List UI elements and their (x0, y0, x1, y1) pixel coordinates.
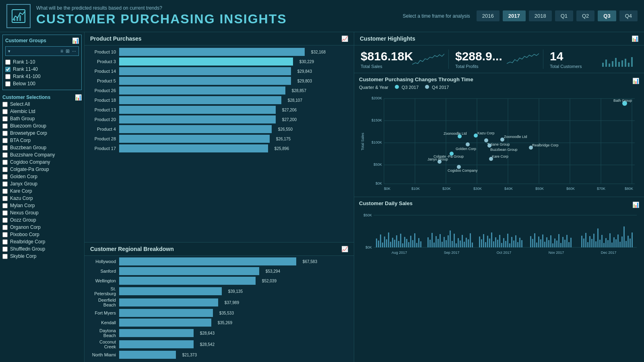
btn-q2[interactable]: Q2 (576, 10, 594, 21)
customer-shuffledn[interactable]: Shuffledn Group (0, 245, 84, 253)
svg-text:Sep 2017: Sep 2017 (444, 251, 460, 255)
svg-rect-5 (605, 60, 607, 67)
regional-bar-label: Sanford (90, 269, 119, 274)
customer-skyble[interactable]: Skyble Corp (0, 253, 84, 260)
customer-oozz[interactable]: Oozz Group (0, 216, 84, 224)
svg-rect-11 (625, 59, 626, 67)
svg-rect-96 (444, 237, 445, 247)
customer-kare[interactable]: Kare Corp (0, 187, 84, 195)
customer-colgate[interactable]: Colgate-Pa Group (0, 166, 84, 173)
svg-text:Buzzbean Group: Buzzbean Group (490, 148, 518, 152)
regional-bar-track: $35,533 (119, 309, 348, 317)
customer-realbridge[interactable]: Realbridge Corp (0, 238, 84, 245)
group-rank41-100[interactable]: Rank 41-100 (5, 73, 79, 80)
scatter-icon[interactable]: 📊 (632, 78, 639, 84)
customer-bta[interactable]: BTA Corp (0, 137, 84, 144)
product-chart-icon[interactable]: 📈 (341, 35, 348, 42)
svg-rect-141 (546, 237, 547, 247)
svg-rect-85 (416, 243, 417, 247)
svg-text:Golden Corp: Golden Corp (456, 147, 476, 151)
selections-icon[interactable]: 📊 (75, 94, 82, 101)
svg-rect-98 (448, 235, 449, 247)
bar-label: Product 4 (90, 127, 119, 132)
customer-browsetype[interactable]: Browsetype Corp (0, 130, 84, 137)
kpi-customers: 14 Total Customers (543, 49, 638, 69)
regional-bar-label: Coconut Creek (90, 339, 119, 349)
group-below100[interactable]: Below 100 (5, 80, 79, 87)
svg-rect-71 (388, 232, 389, 247)
customer-janyx[interactable]: Janyx Group (0, 180, 84, 187)
q3-dot (395, 85, 399, 89)
filter-box[interactable]: ▾ ≡ ⊞ ··· (5, 46, 79, 56)
kpi-profits-label: Total Profits (455, 64, 478, 69)
highlights-title: Customer Highlights (360, 35, 415, 42)
btn-2018[interactable]: 2018 (529, 10, 552, 21)
svg-rect-168 (609, 233, 611, 247)
main-layout: Customer Groups 📊 ▾ ≡ ⊞ ··· Rank 1-10 Ra… (0, 32, 644, 362)
customer-mylan[interactable]: Mylan Corp (0, 202, 84, 209)
filter-icon-3[interactable]: ··· (72, 48, 76, 54)
filter-icon-1[interactable]: ≡ (60, 48, 63, 54)
customer-buzzbean[interactable]: Buzzbean Group (0, 144, 84, 151)
customer-cogidoo[interactable]: Cogidoo Company (0, 158, 84, 166)
svg-rect-134 (532, 239, 533, 247)
profits-sparkline (507, 51, 539, 68)
bar-label: Product 10 (90, 49, 119, 54)
svg-text:$60K: $60K (566, 187, 575, 191)
svg-rect-127 (511, 237, 512, 247)
svg-rect-74 (394, 240, 395, 247)
svg-rect-130 (517, 242, 518, 247)
svg-rect-147 (558, 234, 559, 247)
btn-q1[interactable]: Q1 (555, 10, 573, 21)
svg-rect-176 (625, 241, 627, 247)
product-bar-row: Product 17 $25,896 (90, 144, 348, 152)
svg-rect-152 (568, 242, 570, 247)
customer-pixoboo[interactable]: Pixoboo Corp (0, 231, 84, 238)
svg-text:$50K: $50K (535, 187, 544, 191)
svg-rect-160 (593, 234, 594, 247)
btn-q3[interactable]: Q3 (598, 10, 616, 21)
btn-q4[interactable]: Q4 (619, 10, 638, 21)
btn-2017[interactable]: 2017 (503, 10, 526, 21)
svg-rect-124 (505, 241, 506, 247)
logo (6, 4, 31, 28)
bar-value: $32,168 (311, 50, 326, 54)
scatter-point-golden (466, 142, 470, 146)
bar-track: $30,229 (119, 58, 348, 66)
svg-rect-132 (521, 240, 522, 247)
svg-text:Cogidoo Company: Cogidoo Company (448, 169, 478, 173)
regional-bar-row: Daytona Beach $28,643 (90, 328, 348, 338)
svg-rect-99 (450, 230, 451, 247)
customer-organon[interactable]: Organon Corp (0, 224, 84, 231)
svg-text:Oct 2017: Oct 2017 (497, 251, 512, 255)
scatter-title: Customer Purchasing Changes Through Time (359, 76, 473, 82)
customer-kazu[interactable]: Kazu Corp (0, 195, 84, 202)
customer-bath[interactable]: Bath Group (0, 115, 84, 122)
customer-nexus[interactable]: Nexus Group (0, 209, 84, 216)
group-rank11-40[interactable]: Rank 11-40 (5, 66, 79, 73)
highlights-icon[interactable]: 📊 (632, 35, 638, 42)
daily-sales-icon[interactable]: 📊 (632, 202, 639, 208)
svg-rect-109 (470, 233, 471, 247)
customer-alembic[interactable]: Alembic Ltd (0, 108, 84, 115)
btn-2016[interactable]: 2016 (477, 10, 500, 21)
customer-buzzshare[interactable]: Buzzshare Company (0, 151, 84, 158)
regional-bar-label: Wellington (90, 278, 119, 283)
bar-label: Product 26 (90, 88, 119, 93)
bar-value: $25,896 (275, 146, 289, 151)
svg-rect-66 (378, 241, 379, 247)
daily-sales-section: Customer Daily Sales 📊 $50K $0K Aug 2017… (354, 197, 644, 362)
customer-select-all[interactable]: Select All (0, 101, 84, 108)
group-rank1-10[interactable]: Rank 1-10 (5, 58, 79, 66)
svg-rect-91 (433, 243, 435, 247)
svg-rect-156 (585, 233, 586, 247)
regional-chart-icon[interactable]: 📈 (341, 246, 348, 252)
customer-bluezoom[interactable]: Bluezoom Group (0, 122, 84, 130)
bar-fill: $29,843 (119, 67, 291, 75)
svg-rect-73 (392, 238, 393, 247)
svg-rect-77 (400, 234, 401, 247)
svg-rect-125 (507, 234, 508, 247)
filter-icon-2[interactable]: ⊞ (66, 48, 70, 54)
groups-icon[interactable]: 📊 (72, 37, 79, 44)
customer-golden[interactable]: Golden Corp (0, 173, 84, 180)
